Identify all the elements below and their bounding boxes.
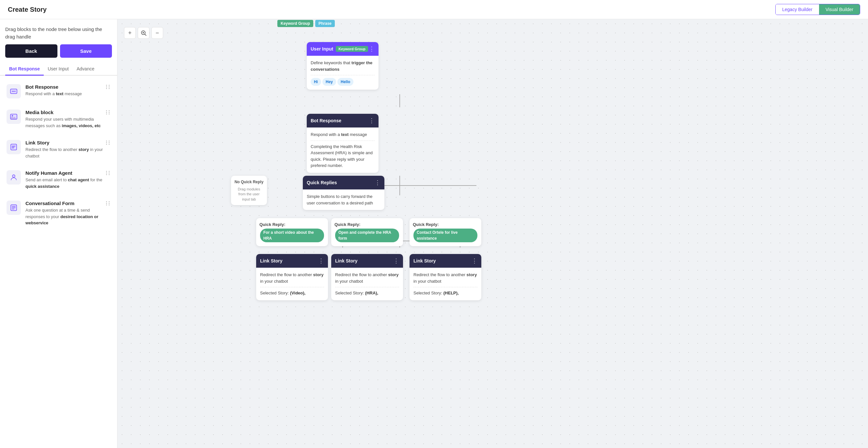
tab-advance[interactable]: Advance	[73, 63, 98, 76]
legacy-builder-btn[interactable]: Legacy Builder	[776, 4, 819, 15]
svg-point-7	[12, 175, 15, 177]
link-story-name: Link Story	[26, 140, 106, 145]
link2-desc: Redirect the flow to another story in yo…	[335, 272, 399, 284]
tag-hi: Hi	[311, 78, 321, 86]
canvas[interactable]: + −	[118, 19, 868, 448]
block-item-media[interactable]: Media block Respond your users with mult…	[3, 105, 115, 133]
main-layout: Drag blocks to the node tree below using…	[0, 19, 868, 448]
sidebar: Drag blocks to the node tree below using…	[0, 19, 118, 448]
node-quick-reply-2[interactable]: Quick Reply: Open and complete the HRA f…	[331, 218, 403, 246]
sidebar-instruction: Drag blocks to the node tree below using…	[0, 19, 117, 44]
link1-desc: Redirect the flow to another story in yo…	[260, 272, 324, 284]
qr3-body: Quick Reply: Contact Ortele for live ass…	[409, 218, 481, 246]
canvas-zoom-out-btn[interactable]: −	[151, 27, 163, 39]
node-no-quick-reply[interactable]: No Quick Reply Drag modules from the use…	[231, 176, 267, 205]
qr1-label: Quick Reply:	[259, 222, 285, 227]
no-quick-inner: No Quick Reply Drag modules from the use…	[231, 176, 267, 205]
qr3-label: Quick Reply:	[413, 222, 439, 227]
link3-title: Link Story	[413, 258, 436, 264]
visual-builder-btn[interactable]: Visual Builder	[819, 4, 860, 15]
link-story-desc: Redirect the flow to another story in yo…	[26, 146, 106, 159]
link3-more[interactable]: ⋮	[471, 257, 477, 265]
media-text: Media block Respond your users with mult…	[26, 109, 106, 129]
link2-more[interactable]: ⋮	[393, 257, 399, 265]
node-link-story-3[interactable]: Link Story ⋮ Redirect the flow to anothe…	[409, 254, 481, 300]
link1-selected: Selected Story: (Video),	[260, 290, 324, 297]
quick-replies-desc: Simple buttons to carry forward the user…	[307, 193, 380, 206]
keyword-group-badge: Keyword Group	[277, 20, 313, 27]
block-item-conv-form[interactable]: Conversational Form Ask one question at …	[3, 196, 115, 231]
sidebar-tabs: Bot Response User Input Advance	[0, 63, 117, 76]
conv-form-drag-handle[interactable]	[106, 201, 111, 205]
media-desc: Respond your users with multimedia messa…	[26, 116, 106, 129]
link3-desc: Redirect the flow to another story in yo…	[413, 272, 477, 284]
block-item-bot-response[interactable]: Bot Response Respond with a text message	[3, 79, 115, 103]
bot-response-desc: Respond with a text message	[311, 131, 375, 138]
qr1-body: Quick Reply: For a short video about the…	[256, 218, 328, 246]
app-container: Create Story Legacy Builder Visual Build…	[0, 0, 868, 448]
qr3-chip: Contact Ortele for live assistance	[413, 229, 477, 242]
node-quick-reply-3[interactable]: Quick Reply: Contact Ortele for live ass…	[409, 218, 481, 246]
floating-badges: Keyword Group Phrase	[277, 20, 335, 27]
node-user-input[interactable]: User Input Keyword Group ⋮ Define keywor…	[307, 42, 378, 90]
user-input-body: Define keywords that trigger the convers…	[307, 56, 378, 90]
quick-replies-more[interactable]: ⋮	[375, 179, 380, 186]
link3-selected: Selected Story: (HELP),	[413, 290, 477, 297]
notify-human-icon	[6, 170, 21, 184]
block-item-link-story[interactable]: Link Story Redirect the flow to another …	[3, 135, 115, 164]
back-button[interactable]: Back	[5, 44, 57, 58]
node-quick-replies[interactable]: Quick Replies ⋮ Simple buttons to carry …	[303, 176, 384, 210]
tag-hello: Hello	[337, 78, 353, 86]
conv-form-desc: Ask one question at a time & send respon…	[26, 207, 106, 226]
quick-replies-body: Simple buttons to carry forward the user…	[303, 189, 384, 210]
quick-replies-header: Quick Replies ⋮	[303, 176, 384, 189]
node-link-story-2[interactable]: Link Story ⋮ Redirect the flow to anothe…	[331, 254, 403, 300]
svg-point-3	[15, 91, 16, 92]
bot-response-more[interactable]: ⋮	[369, 117, 375, 124]
media-name: Media block	[26, 109, 106, 115]
canvas-add-btn[interactable]: +	[124, 27, 136, 39]
link1-more[interactable]: ⋮	[318, 257, 324, 265]
link-story-icon	[6, 140, 21, 154]
media-drag-handle[interactable]	[106, 109, 111, 114]
node-bot-response[interactable]: Bot Response ⋮ Respond with a text messa…	[307, 114, 378, 173]
tag-hey: Hey	[322, 78, 336, 86]
canvas-connectors	[118, 19, 868, 448]
bot-response-drag-handle[interactable]	[106, 84, 111, 89]
qr1-chip: For a short video about the HRA	[260, 229, 324, 242]
notify-human-text: Notify Human Agent Send an email alert t…	[26, 170, 106, 189]
bot-response-text: Bot Response Respond with a text message	[26, 84, 106, 97]
notify-human-name: Notify Human Agent	[26, 170, 106, 176]
qr2-body: Quick Reply: Open and complete the HRA f…	[331, 218, 403, 246]
user-input-header: User Input Keyword Group ⋮	[307, 42, 378, 56]
keyword-group-badge-node: Keyword Group	[336, 46, 368, 52]
link-story-drag-handle[interactable]	[106, 140, 111, 145]
svg-point-2	[13, 91, 14, 92]
link2-selected: Selected Story: (HRA),	[335, 290, 399, 297]
bot-response-desc: Respond with a text message	[26, 91, 106, 97]
link2-title: Link Story	[335, 258, 357, 264]
link-story-text: Link Story Redirect the flow to another …	[26, 140, 106, 159]
block-item-notify-human[interactable]: Notify Human Agent Send an email alert t…	[3, 166, 115, 194]
phrase-badge: Phrase	[315, 20, 335, 27]
save-button[interactable]: Save	[60, 44, 112, 58]
user-input-more[interactable]: ⋮	[369, 45, 375, 53]
qr2-label: Quick Reply:	[335, 222, 360, 227]
canvas-zoom-in-btn[interactable]	[138, 27, 150, 39]
block-list: Bot Response Respond with a text message	[0, 76, 117, 448]
svg-point-5	[12, 115, 13, 116]
tab-bot-response[interactable]: Bot Response	[5, 63, 44, 76]
node-quick-reply-1[interactable]: Quick Reply: For a short video about the…	[256, 218, 328, 246]
link3-body: Redirect the flow to another story in yo…	[409, 268, 481, 300]
node-link-story-1[interactable]: Link Story ⋮ Redirect the flow to anothe…	[256, 254, 328, 300]
conv-form-text: Conversational Form Ask one question at …	[26, 201, 106, 226]
link2-body: Redirect the flow to another story in yo…	[331, 268, 403, 300]
notify-human-drag-handle[interactable]	[106, 170, 111, 175]
bot-response-icon	[6, 84, 21, 99]
bot-response-title: Bot Response	[311, 118, 341, 123]
user-input-title: User Input	[311, 46, 333, 51]
keyword-tags: Hi Hey Hello	[311, 78, 375, 86]
link1-header: Link Story ⋮	[256, 254, 328, 268]
tab-user-input[interactable]: User Input	[44, 63, 73, 76]
builder-toggle: Legacy Builder Visual Builder	[775, 4, 860, 15]
